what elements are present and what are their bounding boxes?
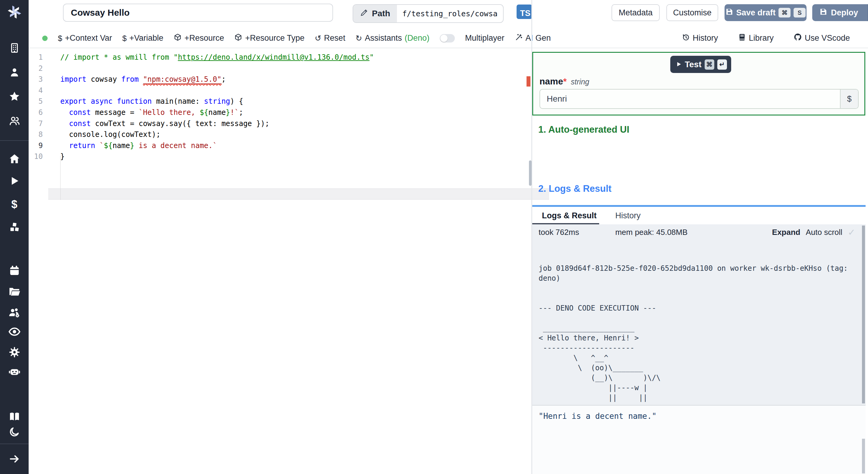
result-area: "Henri is a decent name." — [532, 405, 866, 474]
field-type: string — [571, 78, 589, 86]
save-icon — [725, 8, 733, 18]
check-icon: ✓ — [848, 227, 855, 238]
add-variable-button[interactable]: $ +Variable — [122, 33, 163, 43]
dollar-icon[interactable]: $ — [0, 197, 29, 212]
users-icon[interactable] — [0, 114, 29, 128]
duration-stat: took 762ms — [538, 228, 579, 237]
stats-row: took 762ms mem peak: 45.08MB Expand Auto… — [532, 224, 866, 240]
home-icon[interactable] — [0, 152, 29, 166]
name-input-group: $ — [539, 89, 859, 109]
save-icon — [819, 8, 827, 18]
sidebar-divider — [0, 140, 29, 141]
path-button[interactable]: Path f/testing_roles/cowsa — [352, 4, 504, 23]
typescript-badge: TS — [517, 4, 532, 19]
s-key-badge: S — [794, 8, 806, 18]
metadata-button[interactable]: Metadata — [612, 4, 660, 21]
building-icon[interactable] — [0, 41, 29, 55]
add-resource-type-button[interactable]: +Resource Type — [234, 33, 304, 43]
users-gear-icon[interactable] — [0, 305, 29, 320]
cubes-icon[interactable] — [0, 220, 29, 234]
eye-icon[interactable] — [0, 324, 29, 339]
robot-icon[interactable] — [0, 364, 29, 379]
field-name: name — [539, 76, 563, 86]
section-logs-result: 2. Logs & Result — [538, 183, 612, 194]
path-label: Path — [372, 9, 390, 19]
undo-icon: ↺ — [315, 34, 321, 42]
arrow-right-icon[interactable] — [0, 452, 29, 466]
library-button[interactable]: Library — [738, 33, 774, 43]
splitter-handle[interactable] — [529, 160, 532, 186]
assistants-button[interactable]: ↻ Assistants (Deno) — [355, 33, 430, 43]
folder-icon[interactable] — [0, 284, 29, 299]
history-button[interactable]: History — [682, 33, 718, 43]
sidebar-divider — [0, 444, 29, 444]
logs-scrollbar[interactable] — [862, 226, 865, 404]
logs-body: took 762ms mem peak: 45.08MB Expand Auto… — [532, 224, 866, 405]
status-dot — [42, 36, 48, 41]
tab-history[interactable]: History — [615, 211, 641, 220]
required-asterisk: * — [563, 76, 567, 86]
editor-toolbar: $ +Context Var $ +Variable +Resource +Re… — [29, 29, 868, 48]
deploy-button[interactable]: Deploy — [812, 4, 868, 21]
refresh-icon: ↻ — [355, 34, 362, 42]
book-icon — [738, 33, 746, 43]
reset-button[interactable]: ↺ Reset — [315, 33, 345, 43]
person-icon[interactable] — [0, 65, 29, 80]
script-title-input[interactable] — [63, 4, 333, 22]
dollar-icon: $ — [58, 34, 62, 42]
code-lines[interactable]: // import * as wmill from "https://deno.… — [60, 52, 374, 162]
windmill-logo[interactable] — [0, 5, 29, 19]
package-icon — [174, 33, 182, 43]
dollar-icon: $ — [122, 34, 127, 42]
gear-icon[interactable] — [0, 345, 29, 359]
ai-gen-button[interactable]: AI Gen — [515, 33, 551, 43]
cmd-key-badge: ⌘ — [778, 8, 790, 18]
github-icon — [794, 33, 802, 43]
cmd-key-badge: ⌘ — [705, 59, 714, 70]
tabs-row: Logs & Result History — [532, 207, 866, 224]
test-button[interactable]: Test ⌘ ↵ — [670, 56, 731, 73]
clock-history-icon — [682, 33, 690, 43]
moon-icon[interactable] — [0, 424, 29, 439]
code-editor[interactable]: 12345678910 // import * as wmill from "h… — [29, 48, 531, 474]
magic-wand-icon — [515, 33, 523, 43]
autoscroll-toggle[interactable]: Auto scroll — [806, 228, 842, 237]
expand-button[interactable]: Expand — [772, 228, 801, 237]
use-vscode-button[interactable]: Use VScode — [794, 33, 850, 43]
package-icon — [234, 33, 242, 43]
enter-key-badge: ↵ — [717, 59, 727, 70]
customise-button[interactable]: Customise — [666, 4, 718, 21]
log-text: job 0189d64f-812b-525e-f020-652bd9da1100… — [538, 264, 848, 403]
insert-variable-button[interactable]: $ — [840, 90, 858, 108]
sidebar: $ — [0, 0, 29, 474]
result-scrollbar[interactable] — [862, 439, 865, 473]
tab-logs-result[interactable]: Logs & Result — [542, 211, 597, 220]
add-resource-button[interactable]: +Resource — [174, 33, 224, 43]
add-context-var-button[interactable]: $ +Context Var — [58, 33, 112, 43]
name-input[interactable] — [540, 90, 840, 108]
error-overview-marker — [527, 76, 530, 87]
pencil-icon — [360, 8, 368, 19]
calendar-icon[interactable] — [0, 263, 29, 278]
gutter: 12345678910 — [29, 52, 43, 162]
test-args-panel: Test ⌘ ↵ name* string $ — [532, 52, 865, 116]
assistants-lang: (Deno) — [405, 33, 430, 43]
current-line-highlight — [48, 188, 549, 200]
topbar: Path f/testing_roles/cowsa TS Metadata C… — [29, 0, 868, 29]
star-icon[interactable] — [0, 89, 29, 104]
field-label: name* string — [539, 76, 589, 87]
result-value: "Henri is a decent name." — [538, 412, 656, 421]
multiplayer-toggle[interactable] — [440, 34, 455, 42]
play-icon — [676, 60, 682, 69]
section-auto-generated-ui: 1. Auto-generated UI — [538, 124, 629, 135]
book-open-icon[interactable] — [0, 410, 29, 424]
logs-result-panel: Logs & Result History took 762ms mem pea… — [532, 205, 866, 474]
indent-guide — [60, 156, 61, 200]
path-value: f/testing_roles/cowsa — [397, 5, 503, 22]
play-icon[interactable] — [0, 174, 29, 188]
memory-stat: mem peak: 45.08MB — [615, 228, 687, 237]
save-draft-button[interactable]: Save draft ⌘ S — [724, 4, 807, 21]
multiplayer-label[interactable]: Multiplayer — [465, 33, 504, 43]
